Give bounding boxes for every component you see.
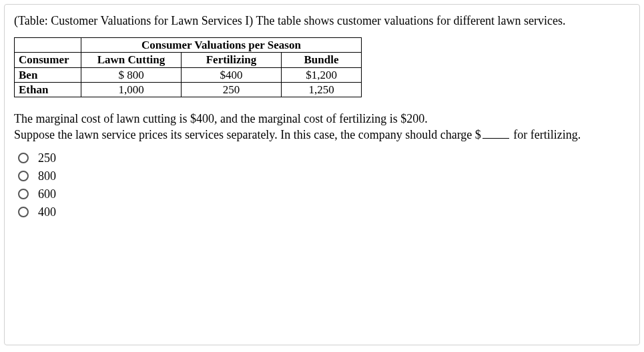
radio-icon bbox=[18, 207, 29, 217]
table-row: Ethan 1,000 250 1,250 bbox=[15, 82, 362, 97]
row-name: Ben bbox=[15, 67, 81, 82]
option-600[interactable]: 600 bbox=[18, 187, 630, 201]
cell-bundle: 1,250 bbox=[282, 82, 362, 97]
radio-icon bbox=[18, 189, 29, 199]
option-250[interactable]: 250 bbox=[18, 151, 630, 165]
prompt-pre: Suppose the lawn service prices its serv… bbox=[14, 128, 481, 141]
radio-icon bbox=[18, 171, 29, 181]
option-label: 400 bbox=[38, 205, 56, 219]
col-header-consumer: Consumer bbox=[15, 53, 81, 67]
table-corner-cell bbox=[15, 38, 81, 53]
col-header-lawn-cutting: Lawn Cutting bbox=[81, 53, 182, 67]
answer-options: 250 800 600 400 bbox=[14, 151, 630, 219]
col-header-bundle: Bundle bbox=[282, 53, 362, 67]
prompt-post: for fertilizing. bbox=[511, 128, 581, 141]
question-frame: (Table: Customer Valuations for Lawn Ser… bbox=[4, 4, 640, 345]
table-row: Ben $ 800 $400 $1,200 bbox=[15, 67, 362, 82]
row-name: Ethan bbox=[15, 82, 81, 97]
fill-blank bbox=[482, 127, 509, 139]
question-text: The marginal cost of lawn cutting is $40… bbox=[14, 111, 630, 143]
question-intro: (Table: Customer Valuations for Lawn Ser… bbox=[14, 14, 630, 28]
valuations-table: Consumer Valuations per Season Consumer … bbox=[14, 37, 362, 97]
option-800[interactable]: 800 bbox=[18, 169, 630, 183]
option-400[interactable]: 400 bbox=[18, 205, 630, 219]
table-title: Consumer Valuations per Season bbox=[81, 38, 362, 53]
cell-bundle: $1,200 bbox=[282, 67, 362, 82]
cell-lawn-cutting: $ 800 bbox=[81, 67, 182, 82]
cell-fertilizing: 250 bbox=[182, 82, 282, 97]
radio-icon bbox=[18, 153, 29, 163]
option-label: 600 bbox=[38, 187, 56, 201]
option-label: 800 bbox=[38, 169, 56, 183]
col-header-fertilizing: Fertilizing bbox=[182, 53, 282, 67]
cost-sentence: The marginal cost of lawn cutting is $40… bbox=[14, 112, 428, 125]
cell-fertilizing: $400 bbox=[182, 67, 282, 82]
cell-lawn-cutting: 1,000 bbox=[81, 82, 182, 97]
option-label: 250 bbox=[38, 151, 56, 165]
